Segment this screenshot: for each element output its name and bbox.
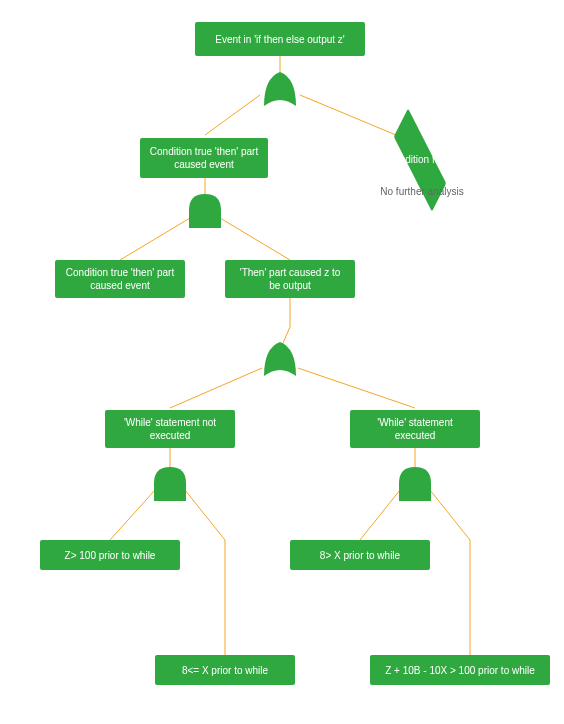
node-cond-true2: Condition true 'then' part caused event	[55, 260, 185, 298]
svg-line-4	[120, 218, 190, 260]
svg-line-15	[360, 490, 400, 540]
svg-line-1	[205, 95, 260, 135]
node-root: Event in 'if then else output z'	[195, 22, 365, 56]
and-gate-icon-3	[395, 465, 435, 505]
node-cond-false-label: Condition false	[360, 154, 480, 165]
node-z-gt-100-label: Z> 100 prior to while	[65, 549, 156, 562]
node-root-label: Event in 'if then else output z'	[215, 33, 344, 46]
or-gate-icon	[260, 70, 300, 110]
node-cond-true2-label: Condition true 'then' part caused event	[63, 266, 177, 292]
and-gate-icon-2	[150, 465, 190, 505]
node-z-gt-100: Z> 100 prior to while	[40, 540, 180, 570]
node-8-le-x-label: 8<= X prior to while	[182, 664, 268, 677]
node-then-output: 'Then' part caused z to be output	[225, 260, 355, 298]
node-cond-false: Condition false	[360, 138, 480, 182]
node-then-output-label: 'Then' part caused z to be output	[233, 266, 347, 292]
svg-line-5	[220, 218, 290, 260]
node-z-expr-label: Z + 10B - 10X > 100 prior to while	[385, 664, 535, 677]
node-8-gt-x-label: 8> X prior to while	[320, 549, 400, 562]
node-z-expr: Z + 10B - 10X > 100 prior to while	[370, 655, 550, 685]
svg-line-8	[170, 368, 262, 408]
node-while-exec-label: 'While' statement executed	[358, 416, 472, 442]
or-gate-icon-2	[260, 340, 300, 380]
node-8-le-x: 8<= X prior to while	[155, 655, 295, 685]
node-while-not: 'While' statement not executed	[105, 410, 235, 448]
svg-line-16	[430, 490, 470, 540]
svg-line-9	[298, 368, 415, 408]
svg-line-12	[185, 490, 225, 540]
node-while-not-label: 'While' statement not executed	[113, 416, 227, 442]
node-cond-true-label: Condition true 'then' part caused event	[148, 145, 260, 171]
svg-line-11	[110, 490, 155, 540]
node-cond-true: Condition true 'then' part caused event	[140, 138, 268, 178]
node-while-exec: 'While' statement executed	[350, 410, 480, 448]
node-8-gt-x: 8> X prior to while	[290, 540, 430, 570]
and-gate-icon	[185, 192, 225, 232]
caption-no-further: No further analysis	[372, 186, 472, 197]
